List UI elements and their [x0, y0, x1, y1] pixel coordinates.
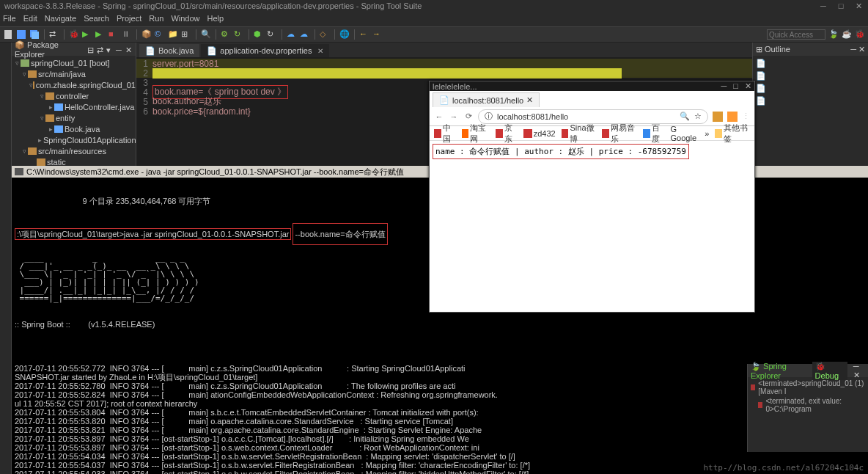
boot-version: :: Spring Boot :: (v1.5.4.RELEASE): [15, 320, 865, 329]
perspective-debug-icon[interactable]: 🐞: [855, 29, 865, 40]
menu-run[interactable]: Run: [149, 14, 163, 26]
new-folder-icon[interactable]: 📁: [168, 29, 178, 40]
tree-item[interactable]: ▸HelloController.java: [12, 101, 136, 112]
open-type-icon[interactable]: ⊞: [181, 29, 191, 40]
link-editor-icon[interactable]: ⇄: [97, 45, 104, 53]
info-icon[interactable]: ⓘ: [485, 111, 493, 122]
search-icon[interactable]: 🔍: [201, 29, 211, 40]
fwd-icon[interactable]: →: [372, 29, 383, 40]
world-icon[interactable]: 🌐: [339, 29, 350, 40]
tree-item[interactable]: ▿com.zhaole.springCloud_01: [12, 79, 136, 90]
debug-process-row[interactable]: <terminated>springCloud_01 (1) [Maven I: [751, 379, 865, 396]
debug-close-icon[interactable]: ✕: [853, 371, 860, 379]
switch-icon[interactable]: ⇄: [49, 29, 59, 40]
console-headline: 9 个目录 235,340,464,768 可用字节: [15, 197, 279, 205]
boot-restart-icon[interactable]: ↻: [267, 29, 277, 40]
browser-min-icon[interactable]: ─: [721, 81, 727, 90]
menu-navigate[interactable]: Navigate: [45, 14, 76, 26]
spring-explorer-tab[interactable]: 🍃 Spring Explorer: [751, 362, 806, 380]
outline-min-icon[interactable]: ─: [850, 45, 856, 54]
tree-item[interactable]: ▸Book.java: [12, 123, 136, 134]
tree-item[interactable]: ▿controller: [12, 90, 136, 101]
console-cmd: java -jar springCloud_01-0.0.1-SNAPSHOT.…: [124, 230, 290, 238]
nav-icon[interactable]: ◇: [320, 29, 330, 40]
svg-rect-0: [4, 30, 12, 39]
browser-tab-close-icon[interactable]: ✕: [526, 95, 533, 105]
tree-item[interactable]: ▿entity: [12, 112, 136, 123]
menu-window[interactable]: Window: [171, 14, 199, 26]
browser-tab[interactable]: 📄 localhost:8081/hello ✕: [433, 92, 540, 107]
new-class-icon[interactable]: ©: [155, 29, 165, 40]
tree-item[interactable]: ▿springCloud_01 [boot]: [12, 57, 136, 68]
star-icon[interactable]: ☆: [694, 112, 702, 121]
debug-icon[interactable]: 🐞: [69, 29, 79, 40]
new-pkg-icon[interactable]: 📦: [141, 29, 152, 40]
run-last-icon[interactable]: ▶: [95, 29, 106, 40]
outline-close-icon[interactable]: ✕: [858, 45, 865, 54]
close-icon[interactable]: ✕: [853, 1, 864, 12]
outline-item-icon[interactable]: 📄: [756, 84, 865, 93]
debug-row-text: <terminated>springCloud_01 (1) [Maven I: [758, 379, 865, 395]
outline-item-icon[interactable]: 📄: [756, 96, 865, 106]
pause-icon[interactable]: ⏸: [122, 29, 132, 40]
run-icon[interactable]: ▶: [82, 29, 92, 40]
bookmark-icon: [602, 129, 609, 138]
menu-project[interactable]: Project: [117, 14, 141, 26]
browser-fwd-icon[interactable]: →: [449, 112, 459, 121]
cloud-icon[interactable]: ☁: [287, 29, 297, 40]
console-path: :\项目\springCloud_01\target>: [17, 230, 124, 238]
refresh-icon[interactable]: ↻: [234, 29, 244, 40]
stop-icon[interactable]: ■: [108, 29, 119, 40]
maximize-icon[interactable]: □: [836, 1, 846, 12]
browser-menu-icon[interactable]: ⋮: [742, 112, 750, 121]
browser-close-icon[interactable]: ✕: [745, 81, 751, 90]
close-tab-icon[interactable]: ✕: [317, 47, 323, 55]
browser-max-icon[interactable]: □: [733, 81, 738, 90]
minimize-view-icon[interactable]: ─: [116, 45, 123, 53]
editor-tab-book[interactable]: 📄 Book.java: [139, 44, 199, 57]
back-icon[interactable]: ←: [359, 29, 369, 40]
close-view-icon[interactable]: ✕: [125, 45, 133, 53]
bookmark-item[interactable]: G Google: [671, 125, 699, 142]
browser-titlebar: lelelelelele... ─ □ ✕: [430, 81, 754, 91]
zoom-icon[interactable]: 🔍: [680, 112, 690, 121]
menu-help[interactable]: Help: [207, 14, 224, 26]
quick-access-input[interactable]: [767, 29, 825, 40]
collapse-all-icon[interactable]: ⊟: [87, 45, 95, 53]
boot-icon[interactable]: ⬢: [254, 29, 264, 40]
menu-edit[interactable]: Edit: [23, 14, 37, 26]
minimize-icon[interactable]: ─: [818, 1, 828, 12]
ide-toolbar: ⇄ 🐞 ▶ ▶ ■ ⏸ 📦 © 📁 ⊞ 🔍 ⚙ ↻ ⬢ ↻ ☁ ☁ ◇ 🌐 ← …: [0, 26, 868, 43]
svg-rect-3: [32, 32, 39, 39]
browser-back-icon[interactable]: ←: [434, 112, 444, 121]
bookmark-item[interactable]: zd432: [523, 129, 556, 138]
menu-file[interactable]: File: [3, 14, 16, 26]
editor-tab-properties[interactable]: 📄 application-dev.properties ✕: [201, 44, 329, 57]
browser-content: name : 命令行赋值 | author : 赵乐 | price : -67…: [430, 141, 754, 162]
save-all-icon[interactable]: [29, 29, 40, 40]
address-bar[interactable]: ⓘ localhost:8081/hello 🔍 ☆: [478, 109, 708, 124]
outline-item-icon[interactable]: 📄: [756, 59, 865, 68]
menu-search[interactable]: Search: [84, 14, 109, 26]
tree-item[interactable]: ▿src/main/java: [12, 68, 136, 79]
debug-process-row[interactable]: <terminated, exit value: 0>C:\Program: [751, 396, 865, 414]
debug-tab[interactable]: 🐞 Debug: [812, 362, 847, 380]
extension-icon[interactable]: [727, 112, 738, 122]
debug-min-icon[interactable]: ─: [853, 362, 859, 371]
cloud2-icon[interactable]: ☁: [300, 29, 310, 40]
watermark: http-//blog.csdn.net/al67204c104c: [703, 463, 864, 473]
perspective-java-icon[interactable]: ☕: [842, 29, 852, 40]
save-icon[interactable]: [16, 29, 26, 40]
outline-item-icon[interactable]: 📄: [756, 71, 865, 81]
perspective-spring-icon[interactable]: 🍃: [828, 29, 839, 40]
build-icon[interactable]: ⚙: [221, 29, 231, 40]
bookmarks-overflow-icon[interactable]: »: [705, 129, 709, 138]
tree-item[interactable]: ▸SpringCloud01Application.java: [12, 134, 136, 145]
editor-tab-label: Book.java: [158, 46, 194, 55]
view-menu-icon[interactable]: ▾: [106, 45, 114, 53]
browser-reload-icon[interactable]: ⟳: [463, 112, 474, 121]
new-icon[interactable]: [3, 29, 13, 40]
tree-item[interactable]: ▿src/main/resources: [12, 145, 136, 156]
terminated-icon: [758, 402, 762, 408]
extension-icon[interactable]: [713, 112, 723, 122]
